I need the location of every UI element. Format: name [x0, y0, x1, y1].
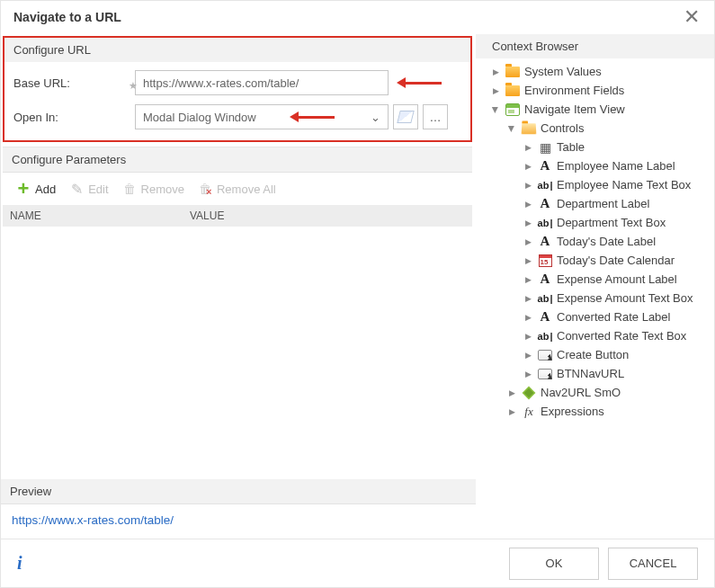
configure-url-header: Configure URL	[4, 38, 470, 62]
trash-icon	[121, 181, 138, 197]
ok-button[interactable]: OK	[509, 548, 599, 580]
label-a-icon	[537, 235, 553, 249]
dialog-title: Navigate to a URL	[13, 10, 121, 24]
tree-item-environment-fields[interactable]: ▶Environment Fields	[485, 81, 712, 100]
parameters-grid-header: NAME VALUE	[3, 205, 472, 227]
table-icon	[537, 140, 553, 155]
tree-item-label: Employee Name Text Box	[557, 178, 691, 192]
label-a-icon	[537, 310, 553, 325]
col-name: NAME	[10, 209, 190, 222]
collapse-icon[interactable]: ▶	[491, 104, 500, 115]
calendar-icon	[539, 254, 552, 267]
cancel-button[interactable]: CANCEL	[608, 548, 698, 580]
annotation-arrow-icon	[286, 113, 335, 120]
base-url-label: Base URL:★	[13, 76, 135, 90]
preview-url-link[interactable]: https://www.x-rates.com/table/	[1, 504, 476, 539]
context-browser-header: Context Browser	[476, 34, 714, 58]
tree-item-nav2url-smo[interactable]: ▶Nav2URL SmO	[485, 383, 712, 402]
cal-icon	[537, 254, 553, 268]
close-icon[interactable]: ✕	[682, 7, 702, 27]
plus-icon	[15, 181, 31, 197]
folder-icon	[505, 67, 520, 77]
tree-item-control[interactable]: ▶Expense Amount Label	[485, 270, 712, 289]
tree-item-control[interactable]: ▶BTNNavURL	[485, 364, 712, 383]
tree-item-label: Create Button	[557, 348, 629, 361]
context-browser-tree: ▶System Values ▶Environment Fields ▶Navi…	[485, 58, 714, 421]
textbox-ab-icon	[537, 291, 553, 306]
folder-icon	[505, 85, 520, 96]
textbox-ab-icon	[537, 329, 553, 343]
smartobject-icon	[523, 386, 536, 399]
tree-item-expressions[interactable]: ▶Expressions	[485, 402, 712, 421]
expand-icon[interactable]: ▶	[523, 370, 533, 379]
expand-icon[interactable]: ▶	[490, 86, 501, 95]
label-a-icon	[537, 159, 553, 174]
tree-item-control[interactable]: ▶Create Button	[485, 345, 712, 364]
base-url-input[interactable]	[135, 70, 389, 95]
tree-item-control[interactable]: ▶Table	[485, 138, 712, 156]
tree-item-control[interactable]: ▶Expense Amount Text Box	[485, 289, 712, 307]
more-button[interactable]: …	[423, 104, 448, 129]
button-icon	[538, 350, 552, 361]
dialog-footer: i OK CANCEL	[1, 539, 714, 587]
configure-parameters-header: Configure Parameters	[3, 147, 472, 173]
tree-item-navigate-item-view[interactable]: ▶Navigate Item View	[485, 100, 712, 119]
expand-icon[interactable]: ▶	[490, 67, 501, 76]
tree-item-label: Today's Date Label	[557, 235, 656, 248]
tree-item-controls[interactable]: ▶Controls	[485, 119, 712, 138]
expand-icon[interactable]: ▶	[523, 313, 533, 322]
expand-icon[interactable]: ▶	[523, 351, 533, 360]
tree-item-label: Department Label	[557, 197, 649, 210]
tree-item-label: Converted Rate Label	[557, 310, 670, 324]
view-icon	[505, 103, 520, 116]
expand-icon[interactable]: ▶	[523, 162, 533, 171]
tree-item-control[interactable]: ▶Department Text Box	[485, 213, 712, 232]
expand-icon[interactable]: ▶	[523, 143, 533, 152]
expand-icon[interactable]: ▶	[523, 218, 533, 227]
tree-item-control[interactable]: ▶Today's Date Calendar	[485, 251, 712, 270]
trash-x-icon	[197, 181, 213, 197]
required-star-icon: ★	[129, 80, 138, 92]
tree-item-label: Department Text Box	[557, 216, 666, 229]
add-button[interactable]: Add	[10, 177, 61, 200]
expand-icon[interactable]: ▶	[523, 332, 533, 341]
pencil-icon	[68, 181, 85, 197]
parameters-toolbar: Add Edit Remove Remove All	[3, 173, 472, 205]
tree-item-control[interactable]: ▶Employee Name Label	[485, 156, 712, 175]
btn-icon	[537, 367, 553, 381]
tree-item-control[interactable]: ▶Converted Rate Label	[485, 307, 712, 326]
textbox-ab-icon	[537, 216, 553, 230]
open-in-dropdown[interactable]: Modal Dialog Window ⌄	[135, 104, 389, 129]
col-value: VALUE	[190, 209, 224, 222]
open-in-value: Modal Dialog Window	[143, 111, 256, 124]
expand-icon[interactable]: ▶	[523, 200, 533, 209]
open-in-label: Open In:	[13, 111, 135, 124]
expand-icon[interactable]: ▶	[523, 237, 533, 246]
dialog-header: Navigate to a URL ✕	[1, 1, 714, 34]
preview-header: Preview	[1, 479, 476, 504]
tree-item-label: Employee Name Label	[557, 159, 675, 173]
tree-item-system-values[interactable]: ▶System Values	[485, 62, 712, 81]
expand-icon[interactable]: ▶	[506, 388, 517, 397]
label-a-icon	[537, 272, 553, 287]
expand-icon[interactable]: ▶	[523, 294, 533, 303]
tree-item-control[interactable]: ▶Department Label	[485, 194, 712, 213]
btn-icon	[537, 348, 553, 362]
tree-item-control[interactable]: ▶Today's Date Label	[485, 232, 712, 251]
tree-item-control[interactable]: ▶Converted Rate Text Box	[485, 326, 712, 345]
clear-button[interactable]	[393, 104, 418, 129]
expand-icon[interactable]: ▶	[506, 407, 517, 416]
annotation-arrow-icon	[393, 79, 447, 86]
collapse-icon[interactable]: ▶	[507, 123, 516, 134]
tree-item-label: Expense Amount Text Box	[557, 291, 693, 305]
label-a-icon	[537, 197, 553, 211]
expand-icon[interactable]: ▶	[523, 181, 533, 190]
configure-url-highlight: Configure URL Base URL:★ Open In: Modal …	[3, 36, 472, 142]
preview-section: Preview https://www.x-rates.com/table/	[1, 479, 476, 539]
expand-icon[interactable]: ▶	[523, 275, 533, 284]
tree-item-label: Expense Amount Label	[557, 272, 677, 286]
info-icon[interactable]: i	[17, 553, 22, 574]
expand-icon[interactable]: ▶	[523, 256, 533, 265]
tree-item-label: BTNNavURL	[557, 367, 624, 380]
tree-item-control[interactable]: ▶Employee Name Text Box	[485, 175, 712, 194]
